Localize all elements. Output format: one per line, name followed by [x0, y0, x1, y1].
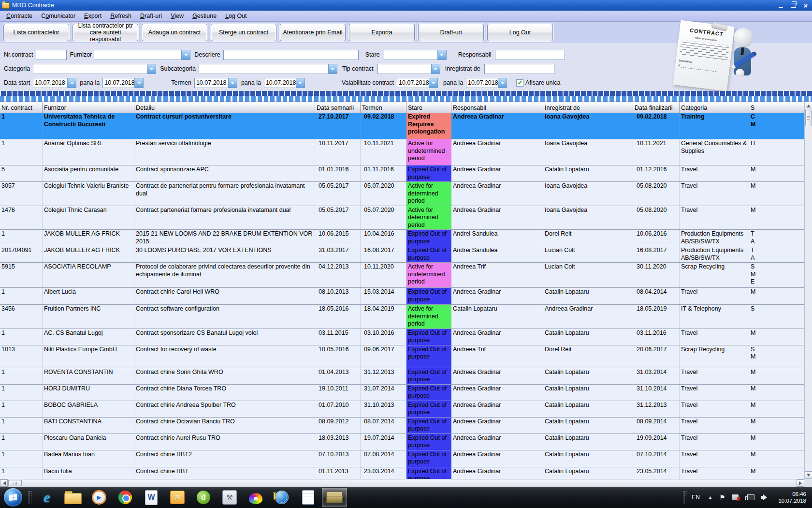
valabilitate-pana-la-datepicker[interactable]: 10.07.2018	[466, 78, 507, 88]
descriere-input[interactable]	[223, 50, 359, 60]
minimize-button[interactable]	[774, 0, 787, 11]
table-row[interactable]: 1Ploscaru Oana DanielaContract chirie Au…	[0, 434, 804, 450]
toolbar-button-exporta[interactable]: Exporta	[349, 24, 415, 41]
table-row[interactable]: 1JAKOB MULLER AG FRICK2015 21 NEW LOOMS …	[0, 230, 804, 246]
restore-button[interactable]	[787, 0, 799, 11]
table-row[interactable]: 1Albert LuciaContract chirie Carol Hell …	[0, 288, 804, 305]
table-row[interactable]: 1Universitatea Tehnica de Constructii Bu…	[0, 113, 804, 139]
menu-item-export[interactable]: Export	[80, 12, 106, 20]
toolbar-button-lista-contractelor-ptr[interactable]: Lista contractelor ptr care sunteti resp…	[72, 24, 138, 41]
horizontal-scrollbar[interactable]	[0, 479, 812, 487]
column-header-data-semnarii[interactable]: Data semnarii	[315, 102, 361, 113]
table-row[interactable]: 201704091JAKOB MULLER AG FRICK30 LOOMS P…	[0, 246, 804, 263]
data-start-pana-la-datepicker[interactable]: 10.07.2018	[102, 78, 144, 88]
stare-combobox[interactable]	[384, 50, 447, 60]
table-row[interactable]: 1AC. CS Banatul LugojContract sponsoriza…	[0, 329, 804, 345]
menu-item-refresh[interactable]: Refresh	[106, 12, 136, 20]
scroll-up-button[interactable]	[805, 102, 812, 109]
language-indicator[interactable]: EN	[692, 494, 700, 501]
cell-detaliu: Contract chirie Sorin Ghita WRO	[134, 368, 315, 384]
termen-pana-la-datepicker[interactable]: 10.07.2018	[264, 78, 305, 88]
column-header-stare[interactable]: Stare	[406, 102, 451, 113]
subcategoria-label: Subcategoria	[160, 65, 196, 72]
figure-3d-graphic	[723, 28, 757, 86]
column-header-detaliu[interactable]: Detaliu	[134, 102, 315, 113]
windows-flag-icon	[9, 494, 17, 501]
tip-contract-combobox[interactable]	[377, 64, 440, 74]
cell-stare: Expired Out of purpose	[406, 230, 451, 246]
termen-datepicker[interactable]: 10.07.2018	[194, 78, 237, 88]
column-header-responsabil[interactable]: Responsabil	[451, 102, 543, 113]
word-icon[interactable]: W	[139, 488, 164, 507]
column-header-s[interactable]: S	[749, 102, 804, 113]
nr-contract-input[interactable]	[36, 50, 67, 60]
column-header-inregistrat-de[interactable]: Inregistrat de	[543, 102, 633, 113]
globe-tool-icon[interactable]: I	[269, 488, 294, 507]
internet-explorer-icon[interactable]: e	[34, 488, 59, 507]
table-row[interactable]: 3456Fruition Partners INCContract softwa…	[0, 305, 804, 329]
menu-item-contracte[interactable]: Contracte	[2, 12, 37, 20]
table-row[interactable]: 1ROVENTA CONSTANTINContract chirie Sorin…	[0, 368, 804, 385]
column-header-furnizor[interactable]: Furnizor	[43, 102, 134, 113]
table-row[interactable]: 1013Nilit Plastics Europe GmbHContract f…	[0, 345, 804, 368]
toolbar-button-sterge-un-contract[interactable]: Sterge un contract	[211, 24, 276, 41]
table-row[interactable]: 1Anamar Optimac SRLPrestari servicii oft…	[0, 139, 804, 165]
notepad-icon[interactable]	[295, 488, 320, 507]
table-row[interactable]: 1BOBOC GABRIELAContract chirie Andreea S…	[0, 401, 804, 418]
scroll-right-button[interactable]	[797, 479, 804, 487]
close-button[interactable]: ×	[799, 0, 812, 11]
show-hidden-icons-button[interactable]: ▲	[708, 495, 712, 500]
subcategoria-combobox[interactable]	[199, 64, 337, 74]
green-d-app-icon[interactable]: d	[191, 488, 216, 507]
toolbar-button-log-out[interactable]: Log Out	[487, 24, 553, 41]
horizontal-scrollbar-thumb[interactable]	[8, 480, 22, 486]
menu-item-draft-uri[interactable]: Draft-uri	[136, 12, 166, 20]
table-row[interactable]: 1HORJ DUMITRUContract chirie Diana Torce…	[0, 385, 804, 401]
afisare-unica-checkbox[interactable]: ✔	[516, 79, 523, 87]
column-header-termen[interactable]: Termen	[361, 102, 406, 113]
furnizor-combobox[interactable]	[94, 50, 190, 60]
mro-contracte-taskbar-button[interactable]	[321, 487, 348, 508]
windows-explorer-icon[interactable]	[60, 488, 86, 507]
column-header-data-finalizarii[interactable]: Data finalizarii	[633, 102, 680, 113]
vertical-scrollbar-thumb[interactable]	[805, 110, 812, 126]
toolbar-button-draft-uri[interactable]: Draft-uri	[418, 24, 484, 41]
menu-item-comunicator[interactable]: Comunicator	[37, 12, 80, 20]
toolbar-button-lista-contractelor[interactable]: Lista contractelor	[3, 24, 69, 41]
outlook-icon[interactable]: ✉	[165, 488, 190, 507]
start-button[interactable]	[0, 487, 26, 508]
cell-data_semnarii: 01.01.2016	[315, 165, 361, 181]
device-status-icon[interactable]: ✘	[732, 494, 739, 500]
chrome-icon[interactable]	[113, 488, 138, 507]
table-row[interactable]: 1BATI CONSTANTINAContract chirie Octavia…	[0, 418, 804, 434]
categoria-combobox[interactable]	[33, 64, 156, 74]
scroll-left-button[interactable]	[0, 479, 8, 487]
menu-item-view[interactable]: View	[166, 12, 188, 20]
table-row[interactable]: 1Badea Marius IoanContract chirie RBT207…	[0, 450, 804, 467]
menu-item-gestiune[interactable]: Gestiune	[188, 12, 221, 20]
taskbar-clock[interactable]: 06:46 10.07.2018	[778, 491, 806, 504]
cell-data_finalizarii: 20.06.2017	[633, 345, 680, 368]
toolbar-button-atentionare-prin-email[interactable]: Atentionare prin Email	[280, 24, 346, 41]
responsabil-input[interactable]	[495, 50, 565, 60]
table-row[interactable]: 5Asociatia pentru comunitateContract spo…	[0, 165, 804, 182]
table-row[interactable]: 1476Colegiul Thnic CarasanContract parte…	[0, 206, 804, 230]
table-row[interactable]: 5915ASOCIATIA RECOLAMPProtocol de colabo…	[0, 263, 804, 288]
toolbar-button-adauga-un-contract[interactable]: Adauga un contract	[142, 24, 207, 41]
admin-tools-icon[interactable]: ⚒	[217, 488, 242, 507]
media-player-icon[interactable]: ▶	[87, 488, 112, 507]
inregistrat-de-input[interactable]	[484, 64, 554, 74]
volume-icon[interactable]	[761, 494, 770, 500]
data-start-datepicker[interactable]: 10.07.2018	[33, 78, 76, 88]
column-header-categoria[interactable]: Categoria	[680, 102, 749, 113]
paint-icon[interactable]	[243, 488, 268, 507]
menu-item-log-out[interactable]: Log Out	[221, 12, 251, 20]
valabilitate-datepicker[interactable]: 10.07.2018	[397, 78, 438, 88]
vertical-scrollbar[interactable]	[804, 102, 812, 479]
scroll-down-button[interactable]	[805, 471, 812, 479]
column-header-nr-contract[interactable]: Nr. contract	[0, 102, 43, 113]
network-icon[interactable]	[745, 494, 754, 500]
table-row[interactable]: 3057Colegiul Tehnic Valeriu BranisteCont…	[0, 182, 804, 206]
subcategoria-clipped-text: M	[751, 166, 755, 174]
action-center-flag-icon[interactable]: ⚑	[719, 493, 725, 501]
